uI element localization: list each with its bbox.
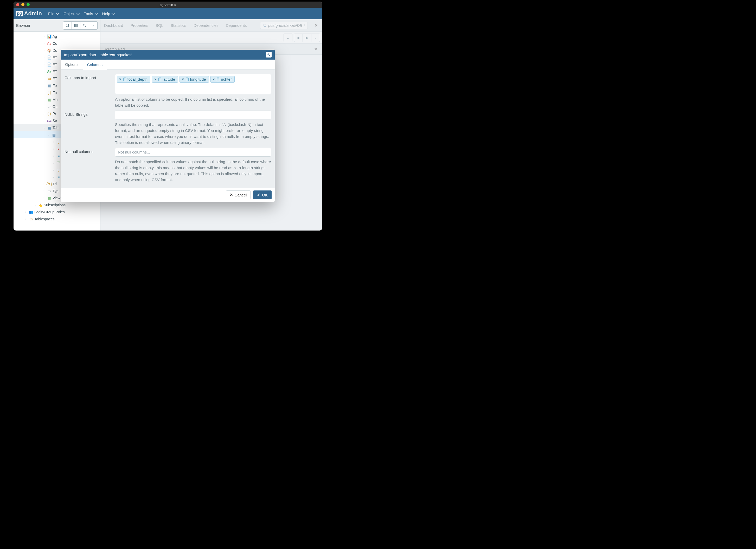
label-null-strings: NULL Strings xyxy=(65,111,111,117)
menu-file[interactable]: File xyxy=(46,9,61,18)
fts-parser-icon: Aa xyxy=(47,70,52,73)
collation-icon: A↓ xyxy=(47,41,52,46)
column-icon xyxy=(217,78,219,81)
dialog-footer: ✕ Cancel ✔ OK xyxy=(61,188,275,202)
brand-badge: pg xyxy=(16,11,23,16)
remove-pill-icon[interactable]: × xyxy=(119,77,122,81)
app-window: pgAdmin 4 pg Admin File Object Tools Hel… xyxy=(14,2,322,231)
search-icon xyxy=(82,23,87,28)
sidebar-title: Browser xyxy=(16,23,30,28)
help-columns: An optional list of columns to be copied… xyxy=(115,96,271,108)
foreign-table-icon: ▦ xyxy=(47,84,52,88)
brand: pg Admin xyxy=(16,10,42,17)
sidebar-toolbar: › xyxy=(63,21,98,30)
triggers-row-icon: ≡ xyxy=(56,175,61,179)
domain-icon: 🏠 xyxy=(47,48,52,53)
sidebar-header: Browser › xyxy=(14,19,100,32)
sequence-icon: 1..3 xyxy=(47,119,52,122)
column-pill[interactable]: × longitude xyxy=(180,76,209,83)
chevron-right-icon: › xyxy=(93,23,94,28)
columns-icon: ▯ xyxy=(56,140,61,144)
sidebar-btn-1[interactable] xyxy=(63,21,72,30)
svg-point-2 xyxy=(83,24,85,26)
dialog-tab-options[interactable]: Options xyxy=(61,60,83,69)
function-icon: { } xyxy=(47,91,52,95)
not-null-columns-input[interactable] xyxy=(115,148,271,157)
remove-pill-icon[interactable]: × xyxy=(154,77,157,81)
table-icon: ▦ xyxy=(52,133,56,137)
dialog-header: Import/Export data - table 'earthquakes' xyxy=(61,50,275,60)
type-icon: ▭ xyxy=(47,189,52,193)
dialog-tab-columns[interactable]: Columns xyxy=(83,60,107,70)
constraints-icon: ▸ xyxy=(56,147,61,151)
remove-pill-icon[interactable]: × xyxy=(182,77,184,81)
remove-pill-icon[interactable]: × xyxy=(213,77,215,81)
operator-icon: ⊕ xyxy=(47,105,52,109)
indexes-icon: ≡ xyxy=(56,154,61,158)
sidebar-btn-2[interactable] xyxy=(72,21,80,30)
procedure-icon: ( ) xyxy=(47,112,52,116)
column-pill[interactable]: × focal_depth xyxy=(117,76,150,83)
tree-item[interactable]: ›📊Ag xyxy=(14,33,100,40)
expand-icon xyxy=(267,53,270,56)
column-icon xyxy=(123,78,126,81)
help-null: Specifies the string that represents a n… xyxy=(115,122,271,146)
ok-button[interactable]: ✔ OK xyxy=(253,190,272,199)
tree-item-subscriptions[interactable]: ›👆Subscriptions xyxy=(14,201,100,208)
menubar: pg Admin File Object Tools Help xyxy=(14,8,322,19)
table-icon: ▦ xyxy=(47,126,52,130)
tree-item[interactable]: ›A↓Co xyxy=(14,40,100,47)
brand-name: Admin xyxy=(24,10,42,17)
menu-help[interactable]: Help xyxy=(100,9,117,18)
dialog-body: Columns to import × focal_depth × latitu… xyxy=(61,70,275,188)
column-icon xyxy=(158,78,161,81)
cancel-button[interactable]: ✕ Cancel xyxy=(226,190,251,199)
column-pill[interactable]: × latitude xyxy=(152,76,178,83)
label-not-null-columns: Not null columns xyxy=(65,148,111,154)
window-title: pgAdmin 4 xyxy=(14,3,322,7)
view-icon: ▦ xyxy=(47,196,52,200)
dialog-tabs: Options Columns xyxy=(61,60,275,70)
sidebar-btn-3[interactable] xyxy=(80,21,89,30)
menu-tools[interactable]: Tools xyxy=(81,9,100,18)
tablespace-icon: 🗂 xyxy=(29,217,33,221)
grid-icon xyxy=(74,23,78,28)
column-icon xyxy=(186,78,189,81)
close-icon: ✕ xyxy=(230,193,233,197)
null-strings-input[interactable] xyxy=(115,111,271,119)
main-area: Browser › ›📊Ag xyxy=(14,19,322,231)
roles-icon: 👥 xyxy=(29,210,33,214)
rules-icon: ▯ xyxy=(56,168,61,172)
dialog-title: Import/Export data - table 'earthquakes' xyxy=(64,53,132,57)
fts-config-icon: 📄 xyxy=(47,55,52,60)
svg-point-0 xyxy=(66,24,68,25)
tree-item-tablespaces[interactable]: ›🗂Tablespaces xyxy=(14,215,100,222)
svg-rect-1 xyxy=(75,24,78,27)
database-icon xyxy=(65,23,69,28)
fts-dict-icon: 📄 xyxy=(47,62,52,67)
check-icon: ✔ xyxy=(257,193,260,197)
trigger-icon: {↯} xyxy=(47,182,52,186)
label-columns-to-import: Columns to import xyxy=(65,74,111,80)
columns-to-import-input[interactable]: × focal_depth × latitude × longit xyxy=(115,74,271,94)
column-pill[interactable]: × richter xyxy=(210,76,235,83)
dialog-expand-button[interactable] xyxy=(266,52,272,58)
rls-icon: 🛡 xyxy=(56,161,61,165)
tree-item-roles[interactable]: ›👥Login/Group Roles xyxy=(14,208,100,215)
aggregate-icon: 📊 xyxy=(47,34,52,39)
menu-object[interactable]: Object xyxy=(61,9,81,18)
help-notnull: Do not match the specified column values… xyxy=(115,159,271,183)
import-export-dialog: Import/Export data - table 'earthquakes'… xyxy=(61,50,275,202)
sidebar-btn-4[interactable]: › xyxy=(89,21,98,30)
fts-template-icon: ▭ xyxy=(47,76,52,81)
mview-icon: ▦ xyxy=(47,98,52,102)
subscription-icon: 👆 xyxy=(38,203,43,207)
titlebar: pgAdmin 4 xyxy=(14,2,322,8)
